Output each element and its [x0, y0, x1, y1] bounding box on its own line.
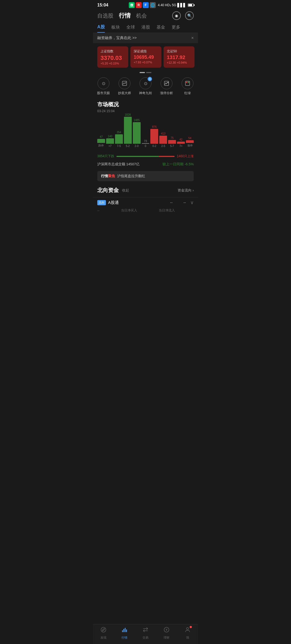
- globe-icon: 🌐: [150, 2, 156, 8]
- tool-icons-container: ⊙ 股市天眼 抄底大师 ⊙ 9 神奇九转 涨停分析: [93, 75, 198, 98]
- bar-zangt-value: 54: [188, 137, 191, 140]
- shenzhen-index-change: +7.93 +0.07%: [134, 61, 158, 64]
- bar-25-value: 413: [161, 132, 165, 135]
- expand-icon: ∨: [190, 200, 194, 205]
- bar-0-2: 876 0-2: [150, 125, 158, 148]
- nav-tab-watchlist[interactable]: 自选股: [97, 12, 113, 19]
- sub-tab-global[interactable]: 全球: [126, 25, 135, 32]
- volume-text: 沪深两市总成交额 14507亿: [97, 162, 140, 167]
- battery-icon: [188, 4, 194, 7]
- bar-2-5: 413 2-5: [159, 132, 167, 148]
- bar-gt7-value: 140: [108, 135, 112, 138]
- tool-red-green[interactable]: 红绿: [177, 77, 198, 95]
- bar-5-7: 75 5-7: [168, 136, 176, 148]
- volume-info: 沪深两市总成交额 14507亿 较上一日同期 -6.5%: [93, 161, 198, 169]
- north-collapse-button[interactable]: 收起: [122, 188, 129, 193]
- bar-20-value: 1485: [134, 119, 140, 122]
- red-green-icon: [182, 77, 193, 89]
- up-count-label: 1460只上涨: [177, 154, 194, 159]
- banner-close-button[interactable]: ×: [191, 36, 194, 40]
- bar-20-bar: [133, 122, 141, 144]
- buy-value-group: --: [170, 200, 172, 205]
- status-icons: 微 R F 🌐 4.40 HD₁ 5G ▋▋▋: [129, 2, 194, 8]
- status-bar: 15:04 微 R F 🌐 4.40 HD₁ 5G ▋▋▋: [93, 0, 198, 9]
- bar-7lt-value: 42: [179, 138, 182, 141]
- red-green-label: 红绿: [184, 91, 191, 95]
- signal-strength: 4.40 HD₁ 5G: [158, 3, 176, 7]
- tool-limit-analysis[interactable]: 涨停分析: [156, 77, 177, 95]
- bar-zangt-bar: [186, 140, 194, 143]
- bar-diting-value: 47: [100, 135, 103, 138]
- stock-connect-row[interactable]: 北向 A股通 -- -- ∨: [93, 197, 198, 208]
- bar-gt7-label: >7: [109, 145, 112, 148]
- index-card-shanghai[interactable]: 上证指数 3370.03 +5.20 +0.15%: [97, 46, 128, 68]
- svg-rect-1: [164, 81, 169, 85]
- market-overview-timestamp: 03-24 15:04: [93, 109, 198, 115]
- nav-tab-opportunity[interactable]: 机会: [136, 12, 147, 19]
- face-icon: ◉: [175, 13, 178, 18]
- news-banner[interactable]: 行情聚焦 沪指尾盘拉升翻红: [97, 171, 194, 181]
- blue-app-icon: F: [143, 2, 149, 8]
- svg-rect-4: [188, 82, 189, 83]
- bar-57-label: 5-7: [170, 145, 174, 148]
- chevron-right-icon: ›: [193, 188, 194, 192]
- sub-tab-hkstock[interactable]: 港股: [141, 25, 150, 32]
- sub-tab-sector[interactable]: 板块: [111, 25, 120, 32]
- header-nav: 自选股 行情 机会 ◉ 🔍: [93, 9, 198, 22]
- north-badge: 北向: [97, 200, 106, 205]
- bar-gt7-bar: [106, 138, 114, 144]
- market-progress: 3854只下跌 1460只上涨: [93, 152, 198, 161]
- news-text: 沪指尾盘拉升翻红: [117, 174, 145, 179]
- sub-tabs: A股 板块 全球 港股 基金 更多: [93, 22, 198, 33]
- bar-0-label: 0: [145, 145, 146, 148]
- tool-stock-eye[interactable]: ⊙ 股市天眼: [93, 77, 114, 95]
- banner-text: 融资融券，宝典在此 >>: [97, 36, 137, 40]
- shanghai-index-value: 3370.03: [101, 55, 125, 61]
- shanghai-index-change: +5.20 +0.15%: [101, 62, 125, 65]
- bar-02-label: 0-2: [153, 145, 156, 148]
- connect-name: A股通: [108, 200, 170, 205]
- limit-analysis-label: 涨停分析: [160, 91, 173, 95]
- bar-75-value: 354: [117, 131, 121, 134]
- face-icon-button[interactable]: ◉: [172, 11, 181, 20]
- news-tag: 行情聚焦: [101, 174, 115, 179]
- north-flow-link[interactable]: 资金流向 ›: [178, 188, 194, 193]
- market-chart: 47 跌停 140 >7 354 7-5 1828 5-2 1485 2-0: [93, 115, 198, 152]
- bar-20-label: 2-0: [135, 145, 138, 148]
- nav-icons: ◉ 🔍: [172, 11, 194, 20]
- market-overview-title: 市场概况: [97, 101, 119, 108]
- carousel-indicator: [93, 72, 198, 73]
- bar-diting-label: 跌停: [98, 144, 104, 148]
- progress-bar-container: [116, 156, 175, 157]
- shenzhen-index-title: 深证成指: [134, 49, 158, 54]
- index-card-shenzhen[interactable]: 深证成指 10695.49 +7.93 +0.07%: [130, 46, 161, 68]
- bar-zangt: 54 涨停: [186, 137, 194, 148]
- bar-7lt-bar: [177, 142, 185, 144]
- tool-nine-turn[interactable]: ⊙ 9 神奇九转: [135, 77, 156, 95]
- beijing50-value: 1317.92: [167, 55, 191, 60]
- sub-tab-fund[interactable]: 基金: [157, 25, 165, 32]
- sub-tab-ashare[interactable]: A股: [97, 24, 105, 33]
- bar-02-bar: [150, 129, 158, 144]
- bar-0: 73 0: [142, 140, 150, 148]
- bar-0-bar: [142, 143, 150, 144]
- wechat-icon: 微: [129, 2, 135, 8]
- bar-25-bar: [159, 136, 167, 144]
- bar-52-label: 5-2: [126, 145, 130, 148]
- index-card-beijing50[interactable]: 北证50 1317.92 +12.30 +0.94%: [164, 46, 195, 68]
- tool-bottom-master[interactable]: 抄底大师: [114, 77, 135, 95]
- connect-values: -- --: [170, 200, 186, 205]
- connect-sub-labels: -- 当日净买入 当日净流入: [93, 208, 198, 215]
- bar-02-value: 876: [152, 125, 157, 128]
- bar-52-bar: [124, 117, 132, 144]
- nav-tab-market[interactable]: 行情: [119, 12, 131, 20]
- search-icon: 🔍: [187, 13, 192, 18]
- beijing50-change: +12.30 +0.94%: [167, 61, 191, 64]
- bar-diting-bar: [97, 139, 105, 143]
- promo-banner[interactable]: 融资融券，宝典在此 >> ×: [93, 33, 198, 43]
- north-capital-title: 北向资金: [97, 187, 119, 194]
- search-icon-button[interactable]: 🔍: [185, 11, 194, 20]
- bar-75-bar: [115, 134, 123, 144]
- sub-tab-more[interactable]: 更多: [172, 25, 180, 32]
- sub-dash: --: [97, 209, 99, 213]
